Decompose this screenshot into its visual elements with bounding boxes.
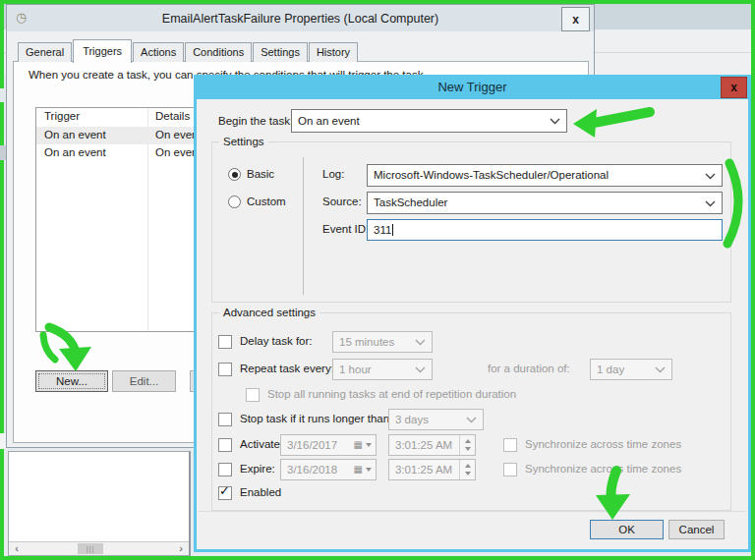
begin-task-label: Begin the task: [218, 115, 293, 127]
source-value: TaskScheduler [374, 196, 447, 208]
tab-history[interactable]: History [309, 42, 358, 62]
tab-conditions[interactable]: Conditions [185, 42, 252, 62]
repeat-select[interactable]: 1 hour [332, 359, 433, 380]
new-button[interactable]: New... [35, 370, 108, 392]
enabled-checkbox[interactable]: ✓ [218, 486, 232, 500]
chevron-down-icon [655, 366, 666, 373]
begin-task-select[interactable]: On an event [291, 109, 567, 133]
activate-sync-label: Synchronize across time zones [525, 438, 681, 450]
duration-select[interactable]: 1 day [590, 359, 672, 380]
cancel-button[interactable]: Cancel [668, 520, 725, 539]
edit-button[interactable]: Edit... [112, 370, 176, 392]
expire-checkbox[interactable] [218, 463, 232, 476]
basic-radio[interactable] [228, 168, 241, 181]
repeat-label[interactable]: Repeat task every: [240, 363, 334, 374]
scrollbar-thumb[interactable]: ||| [78, 543, 103, 554]
expire-sync-label: Synchronize across time zones [525, 463, 681, 475]
stop-all-label: Stop all running tasks at end of repetit… [267, 388, 516, 400]
expire-label[interactable]: Expire: [240, 463, 275, 475]
duration-label: for a duration of: [488, 363, 570, 374]
spin-up-icon [465, 439, 471, 443]
spin-up-icon [465, 464, 471, 468]
basic-radio-label[interactable]: Basic [247, 168, 274, 180]
activate-date-picker[interactable]: 3/16/2017 ▦ [280, 434, 377, 456]
delay-select[interactable]: 15 minutes [332, 331, 433, 353]
tab-strip: General Triggers Actions Conditions Sett… [18, 36, 359, 62]
chevron-down-icon [366, 443, 372, 447]
scroll-right-icon: › [179, 542, 183, 554]
spinner-buttons[interactable] [459, 460, 475, 479]
close-icon: x [730, 81, 737, 94]
chevron-down-icon [415, 366, 426, 373]
check-icon: ✓ [219, 483, 230, 498]
expire-date-picker[interactable]: 3/16/2018 ▦ [280, 459, 377, 480]
cell-trigger: On an event [36, 127, 147, 144]
event-id-value: 311 [374, 224, 391, 236]
settings-group-label: Settings [219, 136, 268, 147]
expire-date-value: 3/16/2018 [287, 464, 337, 476]
scroll-left-button[interactable]: ‹ [10, 543, 24, 554]
scroll-right-button[interactable]: › [174, 543, 188, 554]
column-header-trigger[interactable]: Trigger [36, 108, 147, 127]
close-icon: x [572, 13, 579, 27]
chevron-down-icon [550, 118, 560, 125]
custom-radio-label[interactable]: Custom [247, 196, 286, 207]
tab-triggers[interactable]: Triggers [73, 39, 132, 63]
repeat-checkbox[interactable] [218, 363, 232, 376]
chevron-down-icon [415, 339, 426, 346]
clock-icon: ◷ [16, 10, 27, 25]
source-select[interactable]: TaskScheduler [367, 192, 723, 214]
spinner-buttons[interactable] [459, 435, 475, 455]
scroll-left-icon: ‹ [15, 542, 19, 554]
chevron-down-icon [705, 200, 716, 207]
activate-label[interactable]: Activate: [240, 438, 283, 450]
date-picker-icons: ▦ [354, 460, 372, 479]
background-list-pane: ‹ ||| › [8, 451, 191, 556]
tab-settings[interactable]: Settings [253, 42, 308, 62]
footer-separator [199, 511, 746, 512]
advanced-settings-label: Advanced settings [219, 307, 319, 318]
dialog-title: New Trigger [437, 80, 506, 94]
stop-task-select[interactable]: 3 days [388, 409, 484, 430]
stop-all-checkbox[interactable] [246, 388, 260, 402]
log-select[interactable]: Microsoft-Windows-TaskScheduler/Operatio… [367, 164, 723, 187]
grip-icon: ||| [87, 545, 94, 552]
properties-titlebar[interactable]: ◷ EmailAlertTaskFailure Properties (Loca… [7, 5, 594, 31]
properties-close-button[interactable]: x [561, 7, 590, 31]
settings-divider [303, 157, 304, 295]
custom-radio[interactable] [228, 196, 241, 208]
chevron-down-icon [366, 468, 372, 472]
enabled-label[interactable]: Enabled [240, 486, 281, 498]
delay-label[interactable]: Delay task for: [240, 335, 313, 347]
activate-time-spinner[interactable]: 3:01:25 AM [388, 434, 476, 456]
tab-general[interactable]: General [18, 42, 72, 62]
expire-time-value: 3:01:25 AM [395, 464, 452, 476]
begin-task-value: On an event [298, 115, 360, 127]
new-trigger-dialog: New Trigger x Begin the task: On an even… [194, 75, 751, 552]
tab-actions[interactable]: Actions [133, 42, 184, 62]
horizontal-scrollbar[interactable]: ‹ ||| › [9, 541, 189, 555]
repeat-value: 1 hour [339, 364, 372, 375]
expire-sync-checkbox[interactable] [503, 463, 517, 476]
spin-down-icon [465, 447, 471, 451]
text-caret [392, 224, 393, 236]
expire-time-spinner[interactable]: 3:01:25 AM [388, 459, 476, 480]
log-label: Log: [322, 168, 344, 180]
dialog-titlebar[interactable]: New Trigger [194, 75, 751, 99]
event-id-label: Event ID: [322, 223, 369, 235]
log-value: Microsoft-Windows-TaskScheduler/Operatio… [374, 169, 609, 181]
delay-checkbox[interactable] [218, 335, 232, 349]
stop-task-checkbox[interactable] [218, 413, 232, 426]
event-id-input[interactable]: 311 [367, 219, 723, 241]
dialog-close-button[interactable]: x [721, 77, 747, 98]
stop-task-value: 3 days [395, 414, 429, 425]
source-label: Source: [322, 196, 362, 207]
cell-trigger: On an event [36, 144, 147, 162]
activate-sync-checkbox[interactable] [503, 438, 517, 452]
delay-value: 15 minutes [339, 336, 394, 348]
activate-checkbox[interactable] [218, 438, 232, 452]
stop-task-label[interactable]: Stop task if it runs longer than: [240, 413, 392, 424]
chevron-down-icon [466, 417, 477, 423]
ok-button[interactable]: OK [590, 520, 664, 539]
date-picker-icons: ▦ [354, 435, 372, 455]
